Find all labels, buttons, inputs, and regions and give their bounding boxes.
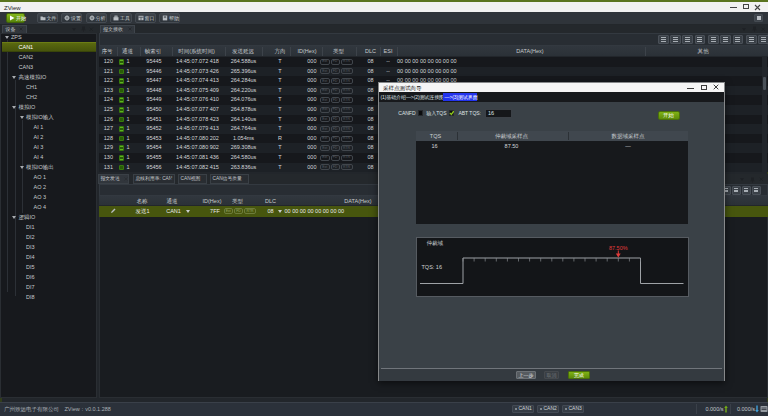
svg-text:87.50%: 87.50% bbox=[608, 244, 627, 250]
